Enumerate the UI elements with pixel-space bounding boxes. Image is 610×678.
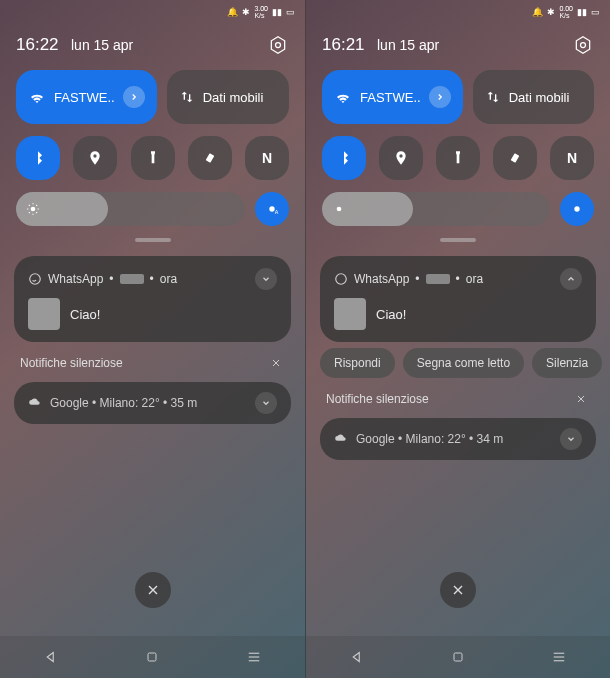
separator-dot: • <box>109 272 113 286</box>
status-bar: 🔔 ✱ 3.00K/s ▮▮ ▭ <box>0 0 305 22</box>
bluetooth-status-icon: ✱ <box>547 7 555 17</box>
wifi-tile[interactable]: FASTWE.. <box>16 70 157 124</box>
wifi-expand-icon[interactable] <box>123 86 145 108</box>
wifi-tile[interactable]: FASTWE.. <box>322 70 463 124</box>
navigation-bar <box>306 636 610 678</box>
brightness-low-icon <box>26 202 40 216</box>
battery-icon: ▭ <box>591 7 600 17</box>
settings-icon[interactable] <box>267 34 289 56</box>
silent-icon: 🔔 <box>532 7 543 17</box>
nav-home-icon[interactable] <box>144 649 160 665</box>
brightness-slider[interactable] <box>322 192 550 226</box>
svg-point-2 <box>94 154 97 157</box>
notif-header: WhatsApp • • ora <box>334 268 582 290</box>
settings-icon[interactable] <box>572 34 594 56</box>
nfc-icon: N <box>262 150 272 166</box>
brightness-fill <box>322 192 413 226</box>
wifi-label: FASTWE.. <box>54 90 115 105</box>
weather-expand-icon[interactable] <box>560 428 582 450</box>
dismiss-all-button[interactable] <box>135 572 171 608</box>
notif-expand-icon[interactable] <box>255 268 277 290</box>
mobile-data-tile[interactable]: Dati mobili <box>167 70 289 124</box>
svg-point-25 <box>574 206 579 211</box>
svg-point-26 <box>336 274 347 285</box>
google-weather-notification[interactable]: Google • Milano: 22° • 34 m <box>320 418 596 460</box>
data-icon <box>485 89 501 105</box>
whatsapp-notification[interactable]: WhatsApp • • ora Ciao! <box>14 256 291 342</box>
whatsapp-notification[interactable]: WhatsApp • • ora Ciao! <box>320 256 596 342</box>
silent-close-icon[interactable] <box>267 354 285 372</box>
battery-icon: ▭ <box>286 7 295 17</box>
reply-button[interactable]: Rispondi <box>320 348 395 378</box>
time-row: 16:22 lun 15 apr <box>0 22 305 64</box>
bluetooth-tile[interactable] <box>16 136 60 180</box>
wifi-icon <box>334 88 352 106</box>
svg-point-13 <box>269 206 274 211</box>
nav-back-icon[interactable] <box>42 648 60 666</box>
weather-text: Google • Milano: 22° • 35 m <box>50 396 197 410</box>
svg-point-21 <box>581 43 586 48</box>
rotate-icon <box>202 150 218 166</box>
flashlight-tile[interactable] <box>436 136 480 180</box>
nav-back-icon[interactable] <box>348 648 366 666</box>
mute-button[interactable]: Silenzia <box>532 348 602 378</box>
flashlight-icon <box>145 150 161 166</box>
bluetooth-status-icon: ✱ <box>242 7 250 17</box>
nav-recent-icon[interactable] <box>245 648 263 666</box>
notif-collapse-icon[interactable] <box>560 268 582 290</box>
sender-redacted <box>426 274 450 284</box>
bluetooth-tile[interactable] <box>322 136 366 180</box>
whatsapp-icon <box>334 272 348 286</box>
data-icon <box>179 89 195 105</box>
status-icons: 🔔 ✱ 3.00K/s ▮▮ ▭ <box>227 5 295 19</box>
nfc-tile[interactable]: N <box>550 136 594 180</box>
nfc-icon: N <box>567 150 577 166</box>
nav-home-icon[interactable] <box>450 649 466 665</box>
mark-read-button[interactable]: Segna come letto <box>403 348 524 378</box>
sender-avatar <box>28 298 60 330</box>
silent-close-icon[interactable] <box>572 390 590 408</box>
auto-brightness-toggle[interactable] <box>560 192 594 226</box>
network-speed: 0.00K/s <box>559 5 573 19</box>
separator-dot: • <box>456 272 460 286</box>
location-icon <box>393 150 409 166</box>
svg-line-10 <box>36 212 37 213</box>
separator-dot: • <box>415 272 419 286</box>
google-weather-notification[interactable]: Google • Milano: 22° • 35 m <box>14 382 291 424</box>
panel-handle[interactable] <box>440 238 476 242</box>
svg-point-1 <box>276 43 281 48</box>
phone-right: 🔔 ✱ 0.00K/s ▮▮ ▭ 16:21 lun 15 apr FASTWE… <box>305 0 610 678</box>
mobile-data-tile[interactable]: Dati mobili <box>473 70 594 124</box>
svg-rect-16 <box>148 653 156 661</box>
panel-handle[interactable] <box>135 238 171 242</box>
location-tile[interactable] <box>73 136 117 180</box>
svg-text:A: A <box>275 209 279 215</box>
location-tile[interactable] <box>379 136 423 180</box>
notif-body: Ciao! <box>334 298 582 330</box>
brightness-slider[interactable] <box>16 192 245 226</box>
flashlight-tile[interactable] <box>131 136 175 180</box>
auto-rotate-tile[interactable] <box>188 136 232 180</box>
silent-notifications-header: Notifiche silenziose <box>0 348 305 378</box>
cloud-icon <box>28 396 42 410</box>
weather-expand-icon[interactable] <box>255 392 277 414</box>
mobile-data-label: Dati mobili <box>203 90 264 105</box>
quick-settings-row-1: FASTWE.. Dati mobili <box>306 64 610 130</box>
wifi-expand-icon[interactable] <box>429 86 451 108</box>
notif-body: Ciao! <box>28 298 277 330</box>
phone-left: 🔔 ✱ 3.00K/s ▮▮ ▭ 16:22 lun 15 apr FASTWE… <box>0 0 305 678</box>
time-row: 16:21 lun 15 apr <box>306 22 610 64</box>
dismiss-all-button[interactable] <box>440 572 476 608</box>
location-icon <box>87 150 103 166</box>
auto-rotate-tile[interactable] <box>493 136 537 180</box>
notif-app-name: WhatsApp <box>48 272 103 286</box>
svg-line-11 <box>29 212 30 213</box>
nav-recent-icon[interactable] <box>550 648 568 666</box>
clock-time: 16:21 <box>322 35 365 54</box>
auto-brightness-toggle[interactable]: A <box>255 192 289 226</box>
nfc-tile[interactable]: N <box>245 136 289 180</box>
silent-label: Notifiche silenziose <box>326 392 429 406</box>
notif-header: WhatsApp • • ora <box>28 268 277 290</box>
brightness-low-icon <box>332 202 346 216</box>
bluetooth-icon <box>30 150 46 166</box>
